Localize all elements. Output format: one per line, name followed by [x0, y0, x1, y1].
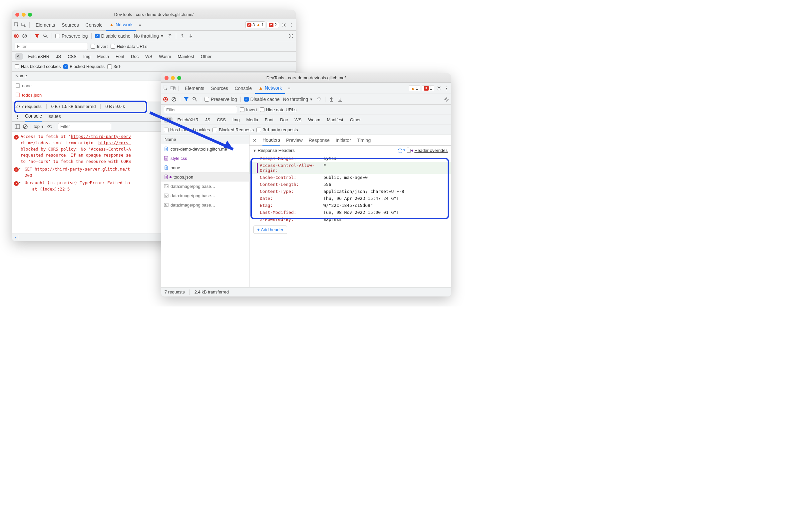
- warning-badge[interactable]: ▲1: [409, 85, 420, 91]
- live-expression-icon[interactable]: [47, 124, 52, 129]
- filter-chip-wasm[interactable]: Wasm: [157, 53, 173, 60]
- inspect-icon[interactable]: [163, 86, 169, 91]
- filter-chip-other[interactable]: Other: [348, 117, 363, 123]
- throttling-select[interactable]: No throttling▼: [134, 33, 164, 39]
- tab-sources[interactable]: Sources: [207, 83, 231, 94]
- filter-chip-doc[interactable]: Doc: [129, 53, 141, 60]
- header-row[interactable]: Accept-Ranges:bytes: [250, 155, 451, 162]
- filter-chip-media[interactable]: Media: [244, 117, 260, 123]
- clear-icon[interactable]: [23, 124, 28, 129]
- tab-network[interactable]: ▲Network: [106, 19, 136, 31]
- filter-chip-font[interactable]: Font: [263, 117, 276, 123]
- filter-chip-css[interactable]: CSS: [66, 53, 79, 60]
- record-icon[interactable]: [14, 34, 19, 38]
- column-name[interactable]: Name: [12, 72, 182, 81]
- filter-icon[interactable]: [34, 33, 40, 39]
- download-icon[interactable]: [188, 33, 194, 39]
- tab-timing[interactable]: Timing: [357, 135, 371, 146]
- filter-chip-other[interactable]: Other: [199, 53, 214, 60]
- search-icon[interactable]: [192, 96, 198, 102]
- issue-counters[interactable]: ✕3 ▲1: [245, 21, 265, 28]
- response-headers-section[interactable]: ▼ Response Headers ◯? Header overrides: [250, 146, 451, 155]
- minimize-icon[interactable]: [171, 76, 175, 80]
- inspect-icon[interactable]: [14, 22, 19, 28]
- tab-console[interactable]: Console: [82, 19, 106, 31]
- clear-icon[interactable]: [22, 33, 27, 39]
- filter-chip-font[interactable]: Font: [114, 53, 126, 60]
- header-row[interactable]: Cache-Control:public, max-age=0: [250, 174, 451, 181]
- header-row[interactable]: Date:Thu, 06 Apr 2023 15:47:24 GMT: [250, 195, 451, 202]
- gear-icon[interactable]: [436, 86, 442, 91]
- download-icon[interactable]: [338, 96, 343, 102]
- request-row[interactable]: todos.json: [161, 172, 249, 181]
- tab-elements[interactable]: Elements: [32, 19, 58, 31]
- request-row[interactable]: data:image/png;base…: [161, 181, 249, 191]
- header-row[interactable]: Etag:W/"22c-18457c15d68": [250, 202, 451, 209]
- hide-data-urls-checkbox[interactable]: Hide data URLs: [260, 107, 297, 112]
- filter-chip-manifest[interactable]: Manifest: [325, 117, 345, 123]
- header-row[interactable]: Last-Modified:Tue, 08 Nov 2022 15:00:01 …: [250, 209, 451, 216]
- tab-sources[interactable]: Sources: [58, 19, 82, 31]
- filter-input[interactable]: [14, 42, 88, 50]
- gear-icon[interactable]: [281, 22, 286, 28]
- tab-response[interactable]: Response: [309, 135, 330, 146]
- preserve-log-checkbox[interactable]: Preserve log: [204, 96, 237, 102]
- close-icon[interactable]: [165, 76, 169, 80]
- disable-cache-checkbox[interactable]: Disable cache: [244, 96, 280, 102]
- filter-icon[interactable]: [183, 96, 189, 102]
- minimize-icon[interactable]: [22, 13, 26, 17]
- filter-chip-media[interactable]: Media: [95, 53, 111, 60]
- issues-badge[interactable]: ⚑1: [422, 85, 434, 91]
- filter-chip-doc[interactable]: Doc: [278, 117, 290, 123]
- wifi-icon[interactable]: [316, 96, 322, 102]
- filter-chip-js[interactable]: JS: [54, 53, 63, 60]
- filter-chip-fetchxhr[interactable]: Fetch/XHR: [26, 53, 51, 60]
- preserve-log-checkbox[interactable]: Preserve log: [55, 33, 88, 39]
- tab-console[interactable]: Console: [231, 83, 255, 94]
- tab-network[interactable]: ▲Network: [255, 83, 285, 94]
- tab-elements[interactable]: Elements: [181, 83, 207, 94]
- zoom-icon[interactable]: [177, 76, 181, 80]
- overrides-link[interactable]: Header overrides: [406, 148, 447, 153]
- blocked-cookies-checkbox[interactable]: Has blocked cookies: [14, 64, 61, 69]
- header-row[interactable]: Content-Type:application/json; charset=U…: [250, 188, 451, 195]
- tab-initiator[interactable]: Initiator: [336, 135, 351, 146]
- header-row[interactable]: Content-Length:556: [250, 181, 451, 188]
- issues-badge[interactable]: ⚑2: [266, 22, 279, 28]
- device-icon[interactable]: [21, 22, 27, 28]
- gear-icon[interactable]: [288, 33, 294, 39]
- upload-icon[interactable]: [329, 96, 334, 102]
- blocked-requests-checkbox[interactable]: Blocked Requests: [63, 64, 105, 69]
- header-row[interactable]: Access-Control-Allow-Origin:*: [250, 162, 451, 174]
- kebab-icon[interactable]: ⋮: [288, 22, 294, 28]
- drawer-tab-console[interactable]: Console: [25, 111, 42, 121]
- throttling-select[interactable]: No throttling▼: [283, 96, 313, 102]
- third-party-checkbox[interactable]: 3rd-: [107, 64, 121, 69]
- filter-chip-img[interactable]: Img: [81, 53, 93, 60]
- add-header-button[interactable]: +Add header: [254, 226, 287, 234]
- record-icon[interactable]: [163, 97, 168, 102]
- request-row[interactable]: data:image/png;base…: [161, 191, 249, 200]
- invert-checkbox[interactable]: Invert: [91, 44, 108, 49]
- device-icon[interactable]: [171, 86, 176, 91]
- filter-chip-wasm[interactable]: Wasm: [306, 117, 322, 123]
- kebab-icon[interactable]: ⋮: [15, 114, 20, 119]
- filter-chip-ws[interactable]: WS: [292, 117, 303, 123]
- zoom-icon[interactable]: [28, 13, 32, 17]
- close-icon[interactable]: [15, 13, 19, 17]
- more-tabs-icon[interactable]: »: [285, 86, 293, 91]
- filter-chip-ws[interactable]: WS: [143, 53, 154, 60]
- kebab-icon[interactable]: ⋮: [444, 86, 449, 91]
- gear-icon[interactable]: [444, 96, 449, 102]
- filter-chip-manifest[interactable]: Manifest: [176, 53, 196, 60]
- upload-icon[interactable]: [179, 33, 185, 39]
- header-row[interactable]: X-Powered-By:Express: [250, 216, 451, 223]
- console-filter-input[interactable]: [58, 123, 111, 130]
- close-icon[interactable]: ✕: [253, 138, 257, 143]
- sidebar-toggle-icon[interactable]: [14, 124, 20, 129]
- help-icon[interactable]: ◯?: [399, 148, 404, 153]
- search-icon[interactable]: [43, 33, 48, 39]
- tab-headers[interactable]: Headers: [262, 135, 280, 146]
- hide-data-urls-checkbox[interactable]: Hide data URLs: [111, 44, 148, 49]
- more-tabs-icon[interactable]: »: [136, 22, 144, 27]
